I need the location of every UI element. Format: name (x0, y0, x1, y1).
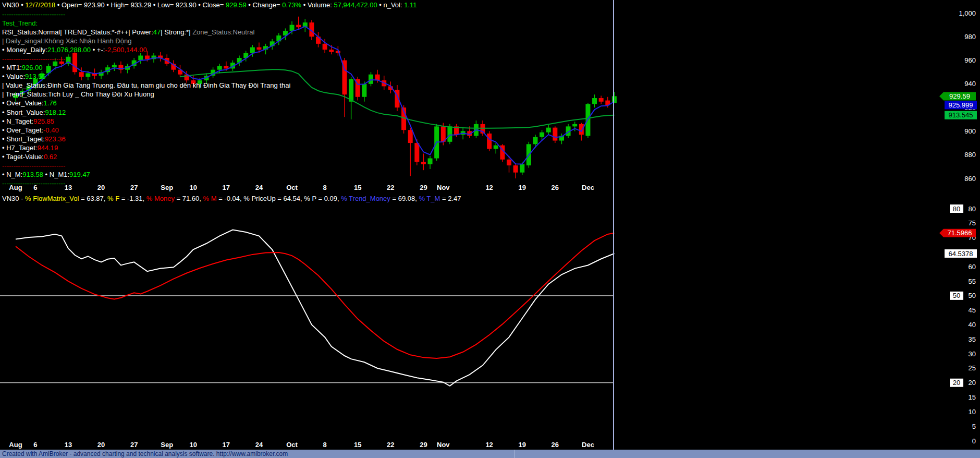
text-segment: = 64.54, (276, 195, 304, 202)
svg-text:60: 60 (969, 263, 976, 271)
svg-text:45: 45 (969, 306, 976, 314)
indicator-chart-x-axis: Aug6132027Sep101724Oct8152229Nov121926De… (0, 441, 615, 449)
text-segment: = 71.60, (175, 195, 203, 202)
x-tick-12: 12 (485, 441, 493, 449)
svg-text:900: 900 (964, 127, 976, 135)
svg-text:80: 80 (953, 205, 960, 213)
overlay-line: • Taget-Value:0.62 (2, 152, 290, 161)
svg-text:960: 960 (964, 56, 976, 64)
overlay-line: • Short_Value:918.12 (2, 108, 290, 117)
text-segment: % T_M (419, 195, 440, 202)
indicator-overlay-text: ----------------------------Test_Trend:R… (2, 10, 290, 188)
overlay-line: • Short_Taget:923.36 (2, 135, 290, 143)
text-segment: • Volume: (301, 1, 334, 9)
svg-text:980: 980 (964, 33, 976, 41)
svg-text:75: 75 (969, 219, 976, 227)
svg-text:929.59: 929.59 (949, 92, 970, 100)
status-text: Created with AmiBroker - advanced charti… (2, 450, 288, 457)
x-tick-26: 26 (552, 184, 559, 191)
x-tick-22: 22 (387, 184, 394, 191)
overlay-line: • H7_Taget:944.19 (2, 143, 290, 152)
overlay-line: | Value_Status:Đinh Gia Tang Truong. Đâu… (2, 81, 290, 90)
svg-text:25: 25 (969, 364, 976, 372)
x-tick-26: 26 (552, 441, 559, 449)
text-segment: = 63.87, (79, 195, 107, 202)
svg-text:10: 10 (969, 408, 976, 416)
x-tick-Oct: Oct (286, 441, 298, 449)
svg-text:940: 940 (964, 80, 976, 88)
svg-text:860: 860 (964, 175, 976, 183)
x-tick-10: 10 (190, 441, 197, 449)
text-segment: 1.11 (404, 1, 416, 9)
svg-text:1,000: 1,000 (959, 9, 976, 17)
text-segment: % PriceUp (243, 195, 275, 202)
text-segment: = 2.47 (440, 195, 461, 202)
overlay-line: • MT1:926.00 (2, 63, 290, 72)
amibroker-window: 1,00098096094092090088086080757065605550… (0, 0, 980, 458)
x-tick-19: 19 (519, 184, 526, 191)
text-segment: 929.59 (226, 1, 247, 9)
x-tick-Dec: Dec (582, 441, 594, 449)
overlay-line: ---------------------------- (2, 10, 290, 19)
text-segment: % M (203, 195, 217, 202)
overlay-line: ---------------------------- (2, 179, 290, 188)
x-tick-20: 20 (97, 441, 105, 449)
text-segment: VN30 - (2, 195, 25, 202)
text-segment: = -1.31, (119, 195, 146, 202)
indicator-y-axis: 80757065605550454035302520151050 (969, 205, 976, 445)
text-segment: • n_Vol: (377, 1, 405, 9)
svg-text:30: 30 (969, 350, 976, 358)
text-segment: % P (304, 195, 316, 202)
svg-text:50: 50 (953, 292, 960, 299)
svg-text:0: 0 (972, 437, 976, 445)
overlay-line: • Value:913.55 (2, 72, 290, 81)
x-tick-Sep: Sep (161, 441, 173, 449)
x-tick-22: 22 (387, 441, 394, 449)
x-tick-27: 27 (130, 441, 138, 449)
text-segment: % Trend_Money (341, 195, 390, 202)
overlay-line: ---------------------------- (2, 54, 290, 63)
text-segment: % Money (146, 195, 175, 202)
svg-text:64.5378: 64.5378 (949, 250, 973, 258)
svg-text:5: 5 (972, 423, 976, 430)
svg-text:55: 55 (969, 278, 976, 285)
overlay-line: | Daily_singal:Không Xác Nhận Hành Động (2, 37, 290, 45)
x-tick-15: 15 (354, 441, 361, 449)
overlay-line: • Over_Taget:-0.40 (2, 126, 290, 135)
text-segment: 0.73% (282, 1, 301, 9)
text-segment: 57,944,472.00 (334, 1, 377, 9)
overlay-line: | Trend_Status:Tich Luy _ Cho Thay Đôi X… (2, 90, 290, 99)
x-tick-Dec: Dec (582, 184, 594, 191)
svg-text:913.545: 913.545 (949, 111, 973, 119)
text-segment: VN30 • (2, 1, 25, 9)
crosshair-cursor-line[interactable] (613, 0, 614, 450)
text-segment: = 69.08, (390, 195, 419, 202)
status-bar-divider (514, 450, 514, 458)
x-tick-6: 6 (33, 441, 37, 449)
x-tick-29: 29 (420, 441, 427, 449)
x-tick-17: 17 (223, 441, 230, 449)
overlay-line: ---------------------------- (2, 161, 290, 170)
x-tick-15: 15 (354, 184, 361, 191)
text-segment: • Change= (247, 1, 283, 9)
flowmatrix-title: VN30 - % FlowMatrix_Vol = 63.87, % F = -… (2, 195, 461, 203)
text-segment: • Open= 923.90 • High= 933.29 • Low= 923… (55, 1, 226, 9)
x-tick-Nov: Nov (437, 184, 450, 191)
overlay-line: Test_Trend: (2, 19, 290, 28)
svg-text:20: 20 (953, 379, 960, 387)
svg-text:20: 20 (969, 379, 976, 387)
svg-text:15: 15 (969, 393, 976, 401)
text-segment: % F (107, 195, 119, 202)
x-tick-Nov: Nov (437, 441, 450, 449)
overlay-line: • Money_Daily:21,076,288.00 • +-:-2,500,… (2, 45, 290, 54)
svg-text:50: 50 (969, 292, 976, 299)
svg-text:925.999: 925.999 (949, 101, 973, 109)
svg-text:35: 35 (969, 335, 976, 343)
x-tick-8: 8 (323, 441, 327, 449)
x-tick-19: 19 (519, 441, 526, 449)
flowmatrix-line-white (16, 230, 614, 386)
price-chart-title: VN30 • 12/7/2018 • Open= 923.90 • High= … (2, 1, 417, 9)
x-tick-13: 13 (65, 441, 72, 449)
x-tick-29: 29 (420, 184, 427, 191)
overlay-line: • N_M:913.58 • N_M1:919.47 (2, 170, 290, 179)
